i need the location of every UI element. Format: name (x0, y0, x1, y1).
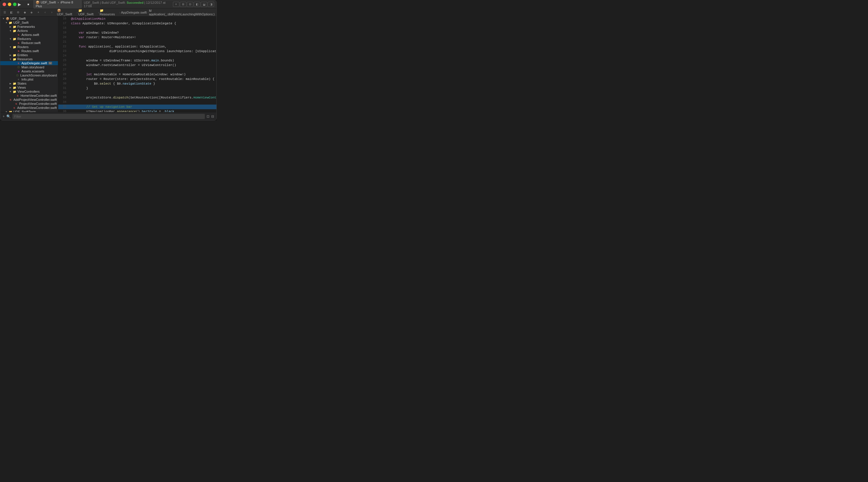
folder-icon: 📁 (8, 21, 12, 25)
line-content: @UIApplicationMain (69, 17, 105, 21)
sidebar-item-udf-swift-group[interactable]: ▼ 📁 UDF_Swift (0, 21, 58, 25)
nav-forward-button[interactable]: › (49, 10, 55, 15)
sidebar-item-states-group[interactable]: ▶ 📁 States (0, 82, 58, 86)
code-line-25: 25 window = UIWindow(frame: UIScreen.mai… (58, 58, 216, 63)
recent-files-button[interactable]: ⊡ (207, 115, 210, 119)
code-line-20: 20 var router: Router<MainState>! (58, 35, 216, 40)
folder-icon: 📁 (12, 57, 17, 61)
sidebar-item-reducer-swift[interactable]: S Reducer.swift (0, 41, 58, 45)
sidebar-item-actions-group[interactable]: ▼ 📁 Actions (0, 29, 58, 33)
line-number: 28 (58, 72, 69, 77)
line-number: 33 (58, 95, 69, 100)
breadcrumb-group[interactable]: 📁 UDF_Swift (78, 9, 97, 16)
add-file-button[interactable]: + (3, 115, 5, 119)
code-editor[interactable]: 16@UIApplicationMain17class AppDelegate:… (58, 17, 216, 112)
code-line-24: 24 (58, 54, 216, 58)
swift-icon: S (17, 61, 21, 65)
file-navigator: ▼ 📦 UDF_Swift ▼ 📁 UDF_Swift ▶ 📁 Framewor… (0, 17, 58, 112)
sidebar-item-udf-swifttests-group[interactable]: ▼ 📁 UDF_SwiftTests (0, 110, 58, 112)
filter-input[interactable] (12, 114, 205, 119)
line-content: func application(_ application: UIApplic… (69, 44, 166, 49)
device-selector[interactable]: 📦 UDF_Swift › iPhone 8 Plus (34, 0, 82, 9)
code-line-29: 29 router = Router(store: projectsStore,… (58, 77, 216, 82)
expand-arrow: ▼ (4, 110, 8, 112)
sidebar-item-appdelegate-swift[interactable]: S AppDelegate.swift M (0, 61, 58, 65)
folder-icon: 📁 (12, 53, 17, 57)
line-number: 23 (58, 49, 69, 54)
sidebar-item-reducers-group[interactable]: ▼ 📁 Reducers (0, 37, 58, 41)
expand-arrow: ▶ (8, 53, 12, 57)
traffic-lights (3, 3, 17, 6)
debug-area-toggle[interactable]: ⬓ (201, 2, 207, 7)
sidebar-item-addprojectviewcontroller[interactable]: S AddProjectViewController.swift (0, 98, 58, 102)
sidebar-item-actions-swift[interactable]: S Actions.swift (0, 33, 58, 37)
show-inspectors-button[interactable]: ⚙ (16, 10, 21, 15)
sidebar-item-routers-group[interactable]: ▼ 📁 Routers (0, 45, 58, 49)
sidebar-item-routes-swift[interactable]: S Routes.swift (0, 49, 58, 53)
sidebar-item-homeviewcontroller[interactable]: S HomeViewController.swift (0, 94, 58, 98)
code-line-35: 35 // Set up navigation bar (58, 104, 216, 109)
line-number: 36 (58, 109, 69, 112)
add-button[interactable]: + (36, 10, 41, 15)
sidebar-item-entities-group[interactable]: ▶ 📁 Entities (0, 53, 58, 57)
code-line-30: 30 $0.select { $0.navigationState } (58, 82, 216, 86)
close-button[interactable] (3, 3, 6, 6)
sidebar-item-info-plist[interactable]: ≡ Info.plist (0, 77, 58, 82)
issues-button[interactable]: ⊟ (211, 115, 214, 119)
run-button[interactable]: ▶ (17, 1, 23, 7)
code-line-36: 36 UINavigationBar.appearance().barStyle… (58, 109, 216, 112)
show-libraries-button[interactable]: ◧ (9, 10, 14, 15)
breadcrumb-project[interactable]: 📦 UDF_Swift (57, 9, 76, 16)
navigator-toggle[interactable]: ◧ (194, 2, 200, 7)
sidebar-item-viewcontrollers-group[interactable]: ▼ 📁 ViewControllers (0, 90, 58, 94)
expand-arrow: ▼ (8, 37, 12, 41)
xcode-window: ▶ ■ 📦 UDF_Swift › iPhone 8 Plus UDF_Swif… (0, 0, 217, 121)
folder-icon: 📁 (12, 82, 17, 86)
swift-icon: S (17, 33, 21, 37)
stop-button[interactable]: ■ (25, 1, 32, 7)
sidebar-item-views-group[interactable]: ▶ 📁 Views (0, 86, 58, 90)
breakpoints-button[interactable]: ◆ (22, 10, 28, 15)
assistant-editor-button[interactable]: ⊟ (187, 2, 193, 7)
code-line-22: 22 func application(_ application: UIApp… (58, 44, 216, 49)
breadcrumb-method[interactable]: M application(_:didFinishLaunchingWithOp… (149, 9, 215, 16)
plist-icon: ≡ (17, 77, 21, 82)
storyboard-icon: □ (17, 65, 21, 69)
folder-icon: 📁 (12, 25, 17, 29)
expand-arrow: ▶ (8, 86, 12, 90)
folder-icon: 📁 (12, 45, 17, 49)
sidebar-item-projectviewcontroller[interactable]: S ProjectViewController.swift (0, 102, 58, 106)
line-number: 21 (58, 40, 69, 44)
minimize-button[interactable] (8, 3, 11, 6)
line-content: var window: UIWindow? (69, 30, 119, 35)
sidebar-item-resources-group[interactable]: ▼ 📁 Resources (0, 57, 58, 61)
standard-editor-button[interactable]: ≡ (173, 2, 179, 7)
swift-icon: S (17, 49, 21, 53)
version-editor-button[interactable]: ⊞ (180, 2, 186, 7)
code-line-17: 17class AppDelegate: UIResponder, UIAppl… (58, 21, 216, 26)
sidebar-item-main-storyboard[interactable]: □ Main.storyboard (0, 65, 58, 69)
swift-icon: S (8, 98, 12, 102)
line-number: 27 (58, 67, 69, 72)
breadcrumb-file[interactable]: AppDelegate.swift (121, 11, 147, 14)
expand-arrow: ▼ (8, 57, 12, 61)
main-layout: ▼ 📦 UDF_Swift ▼ 📁 UDF_Swift ▶ 📁 Framewor… (0, 17, 216, 112)
sidebar-item-udf-swift-root[interactable]: ▼ 📦 UDF_Swift (0, 17, 58, 21)
sidebar-bottom-bar: + 🔍 ⊡ ⊟ (0, 112, 216, 120)
swift-icon: S (12, 106, 16, 110)
sidebar-item-frameworks[interactable]: ▶ 📁 Frameworks (0, 25, 58, 29)
filter-toggle-button[interactable]: 🔍 (6, 115, 11, 119)
build-info: UDF_Swift | Build UDF_Swift: Succeeded |… (84, 1, 173, 8)
show-navigator-button[interactable]: ☰ (2, 10, 7, 15)
line-number: 29 (58, 77, 69, 82)
sidebar-item-additemviewcontroller[interactable]: S AddItemViewController.swift (0, 106, 58, 110)
code-line-18: 18 (58, 26, 216, 30)
filter-button[interactable]: ◈ (29, 10, 34, 15)
sidebar-item-launchscreen[interactable]: □ LaunchScreen.storyboard (0, 73, 58, 77)
sidebar-item-assets[interactable]: ◈ Assets.xcassets (0, 69, 58, 73)
breadcrumb-resources[interactable]: 📁 Resources (100, 9, 119, 16)
nav-back-button[interactable]: ‹ (42, 10, 48, 15)
maximize-button[interactable] (13, 3, 17, 6)
line-number: 31 (58, 86, 69, 91)
inspectors-toggle[interactable]: ◨ (208, 2, 214, 7)
